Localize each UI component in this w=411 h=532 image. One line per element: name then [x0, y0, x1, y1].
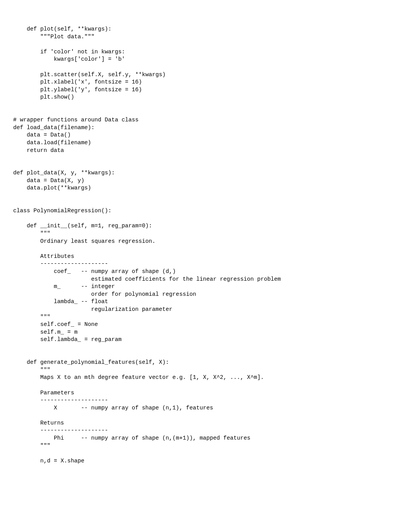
- code-block: def plot(self, **kwargs): """Plot data."…: [13, 26, 398, 465]
